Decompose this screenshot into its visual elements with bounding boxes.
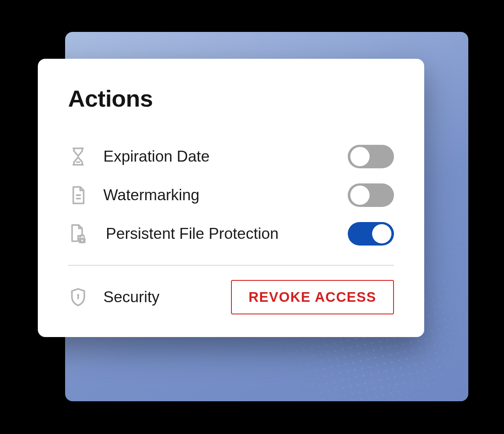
expiration-date-toggle[interactable] — [348, 145, 394, 168]
watermarking-toggle[interactable] — [348, 183, 394, 207]
action-row-expiration-date: Expiration Date — [68, 137, 394, 176]
panel-title: Actions — [68, 85, 394, 112]
action-label: Persistent File Protection — [103, 225, 348, 243]
svg-point-4 — [81, 240, 83, 241]
file-lock-icon — [68, 224, 88, 244]
shield-icon — [68, 287, 88, 307]
hourglass-icon — [68, 146, 88, 167]
revoke-access-button[interactable]: REVOKE ACCESS — [231, 280, 394, 314]
persistent-file-protection-toggle[interactable] — [348, 222, 394, 246]
divider — [68, 265, 394, 266]
action-label: Watermarking — [103, 186, 348, 204]
action-row-persistent-file-protection: Persistent File Protection — [68, 214, 394, 253]
action-row-watermarking: Watermarking — [68, 176, 394, 214]
security-label: Security — [103, 288, 231, 306]
document-icon — [68, 185, 88, 205]
action-label: Expiration Date — [103, 148, 348, 165]
actions-panel: Actions Expiration Date Watermarking — [38, 59, 424, 337]
security-row: Security REVOKE ACCESS — [68, 280, 394, 314]
svg-point-5 — [77, 294, 79, 296]
